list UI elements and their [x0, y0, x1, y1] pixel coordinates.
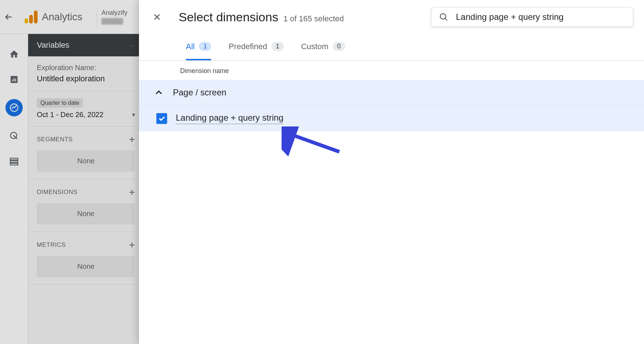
tab-all[interactable]: All 1 — [186, 34, 211, 60]
dimension-item-label: Landing page + query string — [176, 113, 283, 124]
tab-predefined-count: 1 — [271, 42, 284, 51]
segments-empty[interactable]: None — [37, 150, 135, 172]
check-icon — [158, 115, 166, 122]
dimension-checkbox[interactable] — [156, 113, 167, 124]
add-metric-button[interactable]: + — [129, 239, 135, 251]
analytics-logo-icon — [25, 10, 38, 23]
dimension-group-row[interactable]: Page / screen — [139, 80, 644, 106]
dimension-item-row[interactable]: Landing page + query string — [139, 106, 644, 132]
svg-rect-6 — [10, 158, 18, 160]
column-header: Dimension name — [139, 61, 644, 80]
tab-predefined[interactable]: Predefined 1 — [229, 34, 283, 60]
date-preset-chip: Quarter to date — [37, 98, 83, 108]
svg-rect-7 — [10, 161, 18, 163]
add-dimension-button[interactable]: + — [129, 186, 135, 198]
modal-subtitle: 1 of 165 selected — [283, 14, 344, 23]
date-range-picker[interactable]: Oct 1 - Dec 26, 2022 ▾ — [37, 111, 135, 119]
dimensions-label: DIMENSIONS — [37, 189, 78, 196]
tab-custom[interactable]: Custom 0 — [301, 34, 345, 60]
svg-rect-0 — [10, 76, 18, 83]
explore-icon[interactable] — [5, 99, 23, 116]
chevron-up-icon — [153, 87, 164, 98]
exploration-name-value[interactable]: Untitled exploration — [37, 74, 135, 83]
date-range-value: Oct 1 - Dec 26, 2022 — [37, 111, 104, 119]
home-icon[interactable] — [8, 48, 20, 60]
account-crumb-label: Analyzify — [101, 9, 127, 17]
variables-panel: Variables – Exploration Name: Untitled e… — [28, 34, 144, 344]
analytics-logo: Analytics — [25, 10, 82, 23]
segments-label: SEGMENTS — [37, 136, 73, 143]
add-segment-button[interactable]: + — [129, 134, 135, 145]
tab-predefined-label: Predefined — [229, 42, 267, 51]
nav-rail — [0, 34, 28, 344]
search-input[interactable] — [456, 12, 626, 22]
dropdown-icon: ▾ — [132, 111, 135, 118]
svg-point-9 — [440, 14, 446, 19]
svg-point-5 — [10, 132, 17, 139]
tab-all-label: All — [186, 42, 195, 51]
tab-custom-count: 0 — [333, 42, 345, 51]
variables-header: Variables – — [28, 34, 144, 56]
configure-icon[interactable] — [8, 155, 20, 167]
svg-rect-2 — [13, 78, 14, 82]
select-dimensions-modal: Select dimensions 1 of 165 selected All … — [139, 0, 644, 344]
svg-point-4 — [10, 104, 18, 112]
filter-tabs: All 1 Predefined 1 Custom 0 — [139, 34, 644, 61]
advertising-icon[interactable] — [8, 130, 20, 142]
exploration-name-label: Exploration Name: — [37, 64, 135, 72]
dimension-group-label: Page / screen — [173, 87, 226, 98]
tab-all-count: 1 — [199, 42, 211, 51]
metrics-empty[interactable]: None — [37, 256, 135, 277]
modal-title: Select dimensions — [179, 10, 278, 24]
close-button[interactable] — [150, 10, 164, 24]
svg-rect-3 — [15, 79, 16, 82]
metrics-label: METRICS — [37, 241, 66, 249]
dimensions-empty[interactable]: None — [37, 203, 135, 224]
back-button[interactable] — [0, 12, 17, 22]
reports-icon[interactable] — [8, 74, 20, 85]
variables-title: Variables — [37, 40, 69, 50]
search-icon — [439, 12, 449, 22]
svg-rect-1 — [12, 79, 13, 81]
account-crumb[interactable]: Analyzify — [97, 6, 132, 28]
collapse-icon[interactable]: – — [129, 39, 135, 51]
svg-rect-8 — [10, 163, 18, 165]
product-name: Analytics — [42, 11, 82, 23]
search-field[interactable] — [431, 7, 633, 27]
tab-custom-label: Custom — [301, 42, 328, 51]
